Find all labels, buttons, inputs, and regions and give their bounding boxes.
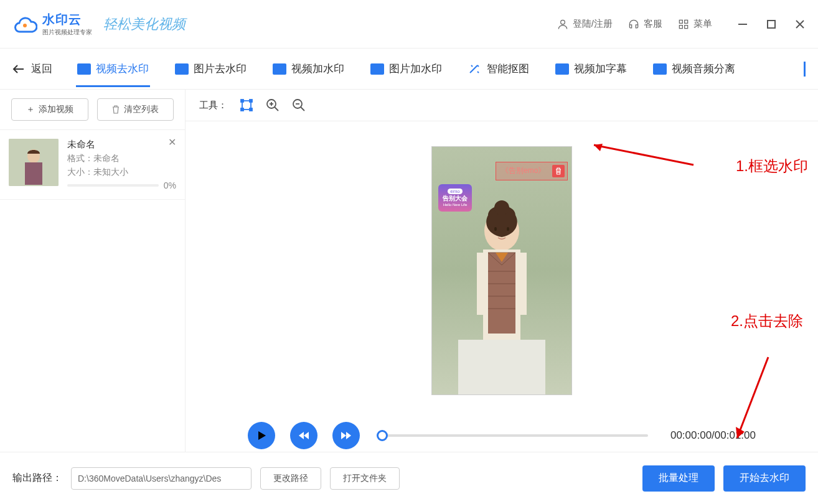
svg-rect-3 — [685, 20, 688, 23]
annotation-2: 2.点击去除 — [731, 311, 803, 331]
play-button[interactable] — [248, 422, 275, 449]
svg-point-0 — [23, 24, 27, 27]
svg-marker-34 — [594, 144, 603, 151]
add-video-button[interactable]: ＋添加视频 — [11, 98, 88, 121]
user-icon — [557, 18, 569, 30]
forward-button[interactable] — [332, 422, 360, 449]
trash-icon — [111, 105, 120, 114]
video-badge: emo 告别大会 Hello New Life — [438, 184, 472, 212]
video-frame[interactable]: emo 告别大会 Hello New Life 《告别emo》 — [431, 146, 572, 395]
file-progress: 0% — [67, 180, 176, 190]
support-button[interactable]: 客服 — [628, 18, 662, 30]
remove-file-button[interactable]: ✕ — [168, 136, 176, 148]
minimize-button[interactable] — [737, 19, 748, 30]
svg-rect-2 — [679, 20, 682, 23]
svg-rect-4 — [679, 25, 682, 28]
headset-icon — [628, 18, 640, 30]
annotation-1: 1.框选水印 — [736, 156, 808, 176]
svg-marker-38 — [299, 432, 304, 439]
time-display: 00:00:00/00:01:00 — [670, 429, 756, 442]
svg-rect-16 — [241, 108, 243, 111]
preview-area: emo 告别大会 Hello New Life 《告别emo》 1.框选水印 2… — [186, 121, 818, 419]
file-size: 大小：未知大小 — [67, 167, 176, 178]
image-add-icon — [370, 63, 384, 75]
video-content — [458, 197, 545, 395]
svg-rect-14 — [241, 100, 243, 102]
app-logo: 水印云 图片视频处理专家 轻松美化视频 — [12, 11, 186, 37]
tab-video-add-watermark[interactable]: 视频加水印 — [271, 50, 346, 87]
back-button[interactable]: 返回 — [12, 62, 52, 76]
start-remove-watermark-button[interactable]: 开始去水印 — [723, 465, 806, 492]
timeline[interactable] — [382, 434, 648, 437]
arrow-left-icon — [12, 64, 25, 74]
cloud-icon — [12, 14, 37, 34]
svg-rect-15 — [250, 100, 252, 102]
app-name: 水印云 — [42, 11, 92, 28]
tab-video-audio-split[interactable]: 视频音频分离 — [652, 50, 736, 87]
svg-marker-41 — [346, 432, 351, 439]
timeline-handle[interactable] — [377, 430, 388, 441]
close-button[interactable] — [794, 19, 806, 30]
file-thumbnail — [9, 139, 59, 186]
rewind-button[interactable] — [290, 422, 317, 449]
tab-smart-cutout[interactable]: 智能抠图 — [467, 50, 530, 87]
svg-marker-37 — [258, 431, 266, 440]
open-folder-button[interactable]: 打开文件夹 — [330, 467, 400, 490]
change-path-button[interactable]: 更改路径 — [260, 467, 321, 490]
svg-point-26 — [494, 200, 509, 215]
file-item[interactable]: 未命名 格式：未命名 大小：未知大小 0% ✕ — [0, 130, 185, 200]
delete-selection-icon[interactable] — [552, 165, 565, 177]
svg-rect-30 — [477, 253, 488, 315]
app-tagline: 轻松美化视频 — [103, 15, 186, 34]
subtitle-icon — [555, 63, 569, 75]
svg-marker-39 — [304, 432, 309, 439]
tab-image-add-watermark[interactable]: 图片加水印 — [369, 50, 443, 87]
svg-rect-7 — [768, 21, 775, 28]
toolbar-label: 工具： — [199, 100, 227, 111]
plus-icon: ＋ — [26, 104, 35, 115]
tab-image-remove-watermark[interactable]: 图片去水印 — [174, 50, 248, 87]
output-path-label: 输出路径： — [12, 472, 62, 485]
svg-line-19 — [275, 107, 278, 111]
svg-line-33 — [594, 145, 693, 165]
svg-rect-32 — [458, 340, 545, 395]
tabbar: 返回 视频去水印 图片去水印 视频加水印 图片加水印 智能抠图 视频加字幕 视频… — [0, 49, 818, 90]
svg-rect-12 — [25, 162, 42, 185]
svg-line-23 — [301, 107, 304, 111]
audio-split-icon — [653, 63, 667, 75]
clear-list-button[interactable]: 清空列表 — [97, 98, 174, 121]
svg-rect-31 — [515, 253, 527, 315]
image-icon — [175, 63, 189, 75]
video-add-icon — [273, 63, 286, 75]
arrow-1 — [588, 140, 700, 171]
menu-button[interactable]: 菜单 — [677, 18, 712, 30]
svg-marker-40 — [341, 432, 346, 439]
zoom-in-tool[interactable] — [266, 98, 280, 112]
maximize-button[interactable] — [766, 19, 777, 30]
player-controls: 00:00:00/00:01:00 — [186, 419, 818, 452]
wand-icon — [468, 63, 482, 75]
tab-video-subtitle[interactable]: 视频加字幕 — [554, 50, 628, 87]
select-tool[interactable] — [240, 98, 253, 112]
video-icon — [77, 63, 91, 75]
svg-point-28 — [507, 227, 509, 231]
file-format: 格式：未命名 — [67, 153, 176, 164]
grid-icon — [677, 18, 690, 30]
output-path-input[interactable] — [71, 467, 252, 490]
tab-video-remove-watermark[interactable]: 视频去水印 — [76, 50, 150, 87]
batch-process-button[interactable]: 批量处理 — [642, 465, 715, 492]
zoom-out-tool[interactable] — [292, 98, 306, 112]
svg-point-1 — [560, 20, 565, 24]
login-button[interactable]: 登陆/注册 — [557, 18, 613, 30]
watermark-selection[interactable]: 《告别emo》 — [496, 162, 568, 180]
footer: 输出路径： 更改路径 打开文件夹 批量处理 开始去水印 — [0, 452, 818, 504]
toolbar: 工具： — [186, 90, 818, 121]
sidebar: ＋添加视频 清空列表 未命名 格式：未命名 大小：未知大小 0% ✕ — [0, 90, 186, 452]
svg-rect-17 — [250, 108, 252, 111]
titlebar: 水印云 图片视频处理专家 轻松美化视频 登陆/注册 客服 菜单 — [0, 0, 818, 49]
svg-rect-5 — [685, 25, 688, 28]
app-subtitle: 图片视频处理专家 — [42, 28, 92, 37]
tabbar-scroll-indicator — [804, 62, 806, 77]
svg-point-27 — [494, 227, 497, 231]
file-name: 未命名 — [67, 139, 176, 151]
